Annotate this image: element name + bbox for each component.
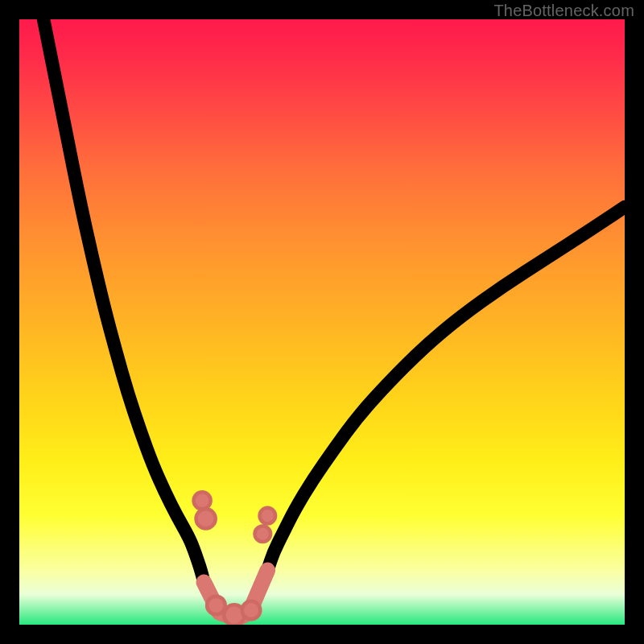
curves-svg [19, 19, 625, 625]
bead-right-lower [255, 526, 271, 542]
bead-bottom-left [207, 597, 225, 615]
bead-bottom-right [242, 601, 261, 620]
bead-cluster [194, 492, 276, 625]
bead-left-lower [196, 509, 216, 528]
chart-frame: TheBottleneck.com [0, 0, 644, 644]
right-curve [267, 207, 625, 570]
left-curve [43, 19, 204, 582]
bead-right-upper [260, 508, 276, 524]
attribution-text: TheBottleneck.com [493, 2, 634, 20]
plot-area [19, 19, 625, 625]
bead-left-upper [194, 492, 211, 509]
